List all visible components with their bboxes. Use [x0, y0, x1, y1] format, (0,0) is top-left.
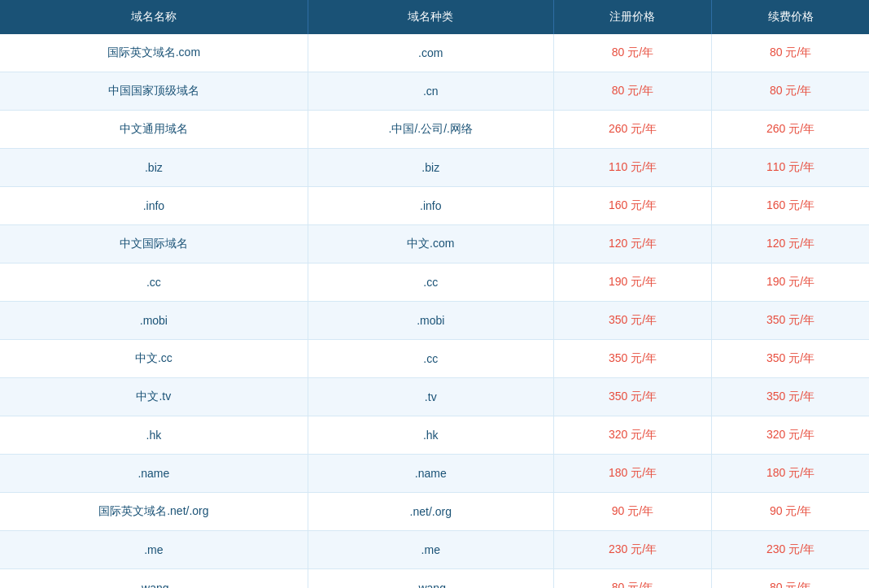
table-header: 域名名称 域名种类 注册价格 续费价格 [0, 0, 869, 34]
cell-renew-price: 350 元/年 [712, 340, 869, 378]
cell-domain-name: .cc [0, 264, 308, 302]
cell-domain-type: .中国/.公司/.网络 [308, 111, 553, 149]
table-row: 国际英文域名.com.com80 元/年80 元/年 [0, 34, 869, 72]
cell-register-price: 80 元/年 [553, 34, 711, 72]
cell-renew-price: 80 元/年 [712, 569, 869, 589]
cell-register-price: 350 元/年 [553, 340, 711, 378]
cell-domain-type: .com [308, 34, 553, 72]
table-row: 中文通用域名.中国/.公司/.网络260 元/年260 元/年 [0, 111, 869, 149]
cell-register-price: 350 元/年 [553, 378, 711, 416]
header-row: 域名名称 域名种类 注册价格 续费价格 [0, 0, 869, 34]
cell-renew-price: 350 元/年 [712, 302, 869, 340]
cell-register-price: 80 元/年 [553, 569, 711, 589]
table-row: .biz.biz110 元/年110 元/年 [0, 149, 869, 187]
cell-renew-price: 160 元/年 [712, 187, 869, 225]
cell-domain-name: 中文.tv [0, 378, 308, 416]
cell-domain-name: .mobi [0, 302, 308, 340]
cell-renew-price: 110 元/年 [712, 149, 869, 187]
table-row: 中文国际域名中文.com120 元/年120 元/年 [0, 225, 869, 264]
cell-domain-name: 国际英文域名.com [0, 34, 308, 72]
cell-register-price: 120 元/年 [553, 225, 711, 264]
cell-domain-type: .mobi [308, 302, 553, 340]
cell-domain-name: .name [0, 455, 308, 493]
cell-register-price: 160 元/年 [553, 187, 711, 225]
cell-renew-price: 180 元/年 [712, 455, 869, 493]
table-row: .me.me230 元/年230 元/年 [0, 531, 869, 569]
header-name: 域名名称 [0, 0, 308, 34]
header-type: 域名种类 [308, 0, 553, 34]
table-row: .hk.hk320 元/年320 元/年 [0, 416, 869, 455]
cell-domain-type: .net/.org [308, 493, 553, 531]
cell-domain-type: .cc [308, 340, 553, 378]
cell-domain-name: 中国国家顶级域名 [0, 72, 308, 111]
cell-register-price: 260 元/年 [553, 111, 711, 149]
cell-domain-name: 中文国际域名 [0, 225, 308, 264]
cell-renew-price: 320 元/年 [712, 416, 869, 455]
header-register-price: 注册价格 [553, 0, 711, 34]
cell-register-price: 320 元/年 [553, 416, 711, 455]
cell-domain-name: .info [0, 187, 308, 225]
cell-renew-price: 350 元/年 [712, 378, 869, 416]
cell-domain-type: .name [308, 455, 553, 493]
cell-domain-name: 中文通用域名 [0, 111, 308, 149]
cell-renew-price: 90 元/年 [712, 493, 869, 531]
table-row: .info.info160 元/年160 元/年 [0, 187, 869, 225]
cell-renew-price: 190 元/年 [712, 264, 869, 302]
cell-domain-name: 中文.cc [0, 340, 308, 378]
table-row: .mobi.mobi350 元/年350 元/年 [0, 302, 869, 340]
cell-renew-price: 260 元/年 [712, 111, 869, 149]
cell-register-price: 180 元/年 [553, 455, 711, 493]
cell-domain-type: .cn [308, 72, 553, 111]
cell-domain-name: .wang [0, 569, 308, 589]
cell-domain-name: .me [0, 531, 308, 569]
cell-register-price: 110 元/年 [553, 149, 711, 187]
table-row: 国际英文域名.net/.org.net/.org90 元/年90 元/年 [0, 493, 869, 531]
table-body: 国际英文域名.com.com80 元/年80 元/年中国国家顶级域名.cn80 … [0, 34, 869, 588]
cell-domain-type: .hk [308, 416, 553, 455]
domain-price-table: 域名名称 域名种类 注册价格 续费价格 国际英文域名.com.com80 元/年… [0, 0, 869, 588]
cell-domain-type: .tv [308, 378, 553, 416]
table-row: 中国国家顶级域名.cn80 元/年80 元/年 [0, 72, 869, 111]
cell-renew-price: 120 元/年 [712, 225, 869, 264]
cell-domain-type: .info [308, 187, 553, 225]
cell-register-price: 230 元/年 [553, 531, 711, 569]
cell-domain-type: .biz [308, 149, 553, 187]
cell-domain-type: .me [308, 531, 553, 569]
cell-renew-price: 80 元/年 [712, 72, 869, 111]
cell-domain-name: 国际英文域名.net/.org [0, 493, 308, 531]
cell-register-price: 350 元/年 [553, 302, 711, 340]
cell-domain-type: .cc [308, 264, 553, 302]
cell-domain-name: .hk [0, 416, 308, 455]
cell-renew-price: 230 元/年 [712, 531, 869, 569]
header-renew-price: 续费价格 [712, 0, 869, 34]
table-row: 中文.tv.tv350 元/年350 元/年 [0, 378, 869, 416]
table-row: .wang.wang80 元/年80 元/年 [0, 569, 869, 589]
table-row: 中文.cc.cc350 元/年350 元/年 [0, 340, 869, 378]
cell-domain-type: .wang [308, 569, 553, 589]
cell-domain-type: 中文.com [308, 225, 553, 264]
cell-domain-name: .biz [0, 149, 308, 187]
cell-register-price: 90 元/年 [553, 493, 711, 531]
cell-register-price: 190 元/年 [553, 264, 711, 302]
cell-register-price: 80 元/年 [553, 72, 711, 111]
table-row: .cc.cc190 元/年190 元/年 [0, 264, 869, 302]
table-row: .name.name180 元/年180 元/年 [0, 455, 869, 493]
cell-renew-price: 80 元/年 [712, 34, 869, 72]
